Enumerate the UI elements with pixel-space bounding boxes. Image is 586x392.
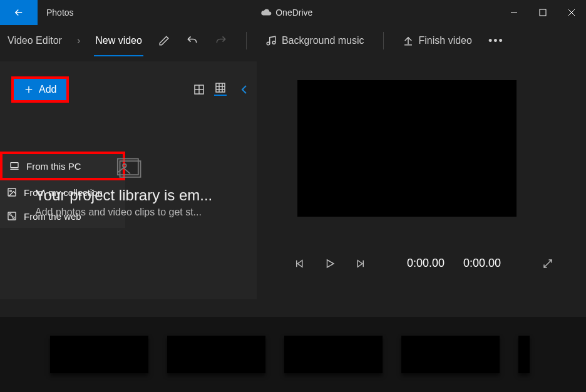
- prev-frame-button[interactable]: [294, 258, 306, 269]
- more-button[interactable]: •••: [487, 31, 505, 51]
- add-label: Add: [39, 84, 56, 95]
- onedrive-status[interactable]: OneDrive: [260, 8, 312, 18]
- finish-video-label: Finish video: [419, 35, 472, 46]
- storyboard-clip[interactable]: [401, 336, 500, 373]
- library-empty-subtitle: Add photos and video clips to get st...: [35, 207, 257, 218]
- background-music-button[interactable]: Background music: [264, 31, 366, 50]
- app-title: Photos: [46, 8, 74, 18]
- library-empty-state: Your project library is em... Add photos…: [0, 155, 257, 218]
- onedrive-label: OneDrive: [275, 8, 312, 18]
- add-button[interactable]: Add: [14, 79, 66, 100]
- minimize-button[interactable]: [500, 0, 528, 25]
- plus-icon: [24, 85, 34, 95]
- background-music-label: Background music: [282, 35, 364, 46]
- redo-button[interactable]: [213, 31, 229, 51]
- total-time: 0:00.00: [463, 257, 501, 270]
- collapse-panel-button[interactable]: [240, 85, 248, 95]
- rename-button[interactable]: [157, 31, 171, 50]
- storyboard-clip[interactable]: [50, 336, 148, 373]
- storyboard-clip[interactable]: [167, 336, 265, 373]
- svg-rect-11: [216, 83, 225, 92]
- play-button[interactable]: [324, 258, 336, 269]
- music-icon: [265, 35, 277, 46]
- library-toolbar: Add: [0, 61, 257, 111]
- video-preview[interactable]: [297, 80, 517, 217]
- library-panel: Add Fr: [0, 61, 257, 299]
- play-icon: [324, 258, 336, 269]
- expand-icon: [542, 258, 553, 269]
- toolbar: Video Editor › New video Background musi…: [0, 25, 586, 56]
- fullscreen-button[interactable]: [542, 258, 553, 269]
- window-controls: [500, 0, 586, 25]
- next-frame-button[interactable]: [354, 258, 366, 269]
- separator: [246, 32, 247, 49]
- back-button[interactable]: [0, 0, 38, 25]
- finish-video-button[interactable]: Finish video: [401, 31, 473, 50]
- breadcrumb[interactable]: Video Editor: [6, 31, 63, 50]
- storyboard-strip[interactable]: [0, 317, 586, 392]
- cloud-icon: [260, 9, 272, 16]
- step-back-icon: [294, 258, 306, 269]
- export-icon: [403, 35, 414, 46]
- svg-marker-30: [357, 260, 362, 267]
- undo-icon: [186, 34, 198, 47]
- grid-2x2-icon: [194, 85, 204, 95]
- project-title[interactable]: New video: [94, 31, 143, 50]
- playback-controls: 0:00.00 0:00.00: [294, 257, 553, 270]
- svg-point-4: [267, 42, 270, 45]
- grid-small-button[interactable]: [214, 83, 227, 96]
- maximize-button[interactable]: [528, 0, 557, 25]
- close-button[interactable]: [557, 0, 586, 25]
- separator: [383, 32, 384, 49]
- arrow-left-icon: [13, 7, 24, 18]
- current-time: 0:00.00: [407, 257, 445, 270]
- library-placeholder-icon: [116, 155, 257, 183]
- storyboard-clip[interactable]: [518, 336, 530, 373]
- main-area: Add Fr: [0, 56, 586, 317]
- chevron-left-icon: [240, 85, 248, 95]
- pencil-icon: [158, 35, 170, 46]
- svg-marker-29: [327, 260, 334, 267]
- svg-point-5: [272, 41, 275, 44]
- grid-3x3-icon: [215, 83, 225, 93]
- view-controls: [193, 83, 248, 96]
- svg-point-26: [123, 164, 126, 168]
- step-forward-icon: [354, 258, 366, 269]
- titlebar: Photos OneDrive: [0, 0, 586, 25]
- chevron-right-icon: ›: [77, 35, 80, 46]
- library-empty-title: Your project library is em...: [35, 187, 257, 204]
- redo-icon: [215, 34, 227, 47]
- storyboard-clip[interactable]: [284, 336, 383, 373]
- svg-marker-27: [297, 260, 302, 267]
- svg-rect-1: [540, 9, 546, 16]
- highlight-add: Add: [11, 76, 69, 103]
- grid-large-button[interactable]: [193, 83, 205, 96]
- undo-button[interactable]: [185, 31, 200, 51]
